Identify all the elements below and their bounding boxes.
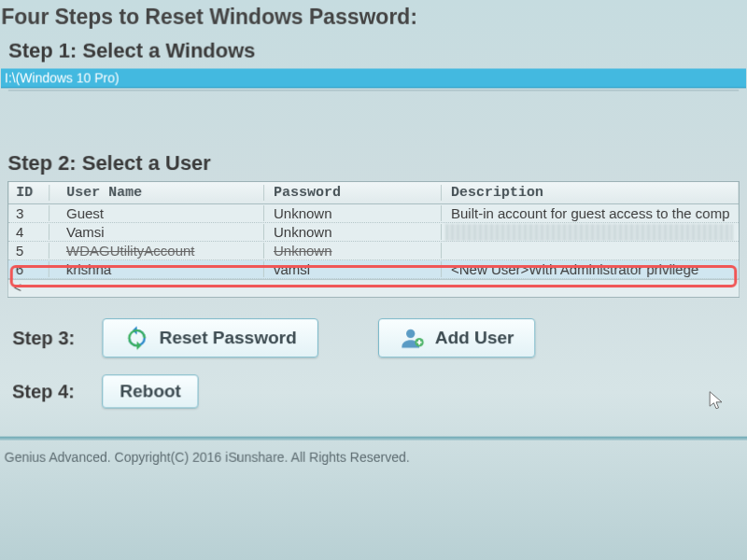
col-user: User Name (49, 185, 264, 201)
reboot-button[interactable]: Reboot (102, 374, 199, 408)
svg-point-0 (406, 329, 415, 338)
cell-id: 5 (8, 243, 49, 259)
cell-desc (442, 243, 739, 259)
cell-desc: Built-in account for guest access to the… (442, 205, 739, 221)
col-id: ID (8, 185, 49, 201)
cell-id: 6 (8, 261, 49, 277)
cell-id: 3 (8, 205, 49, 221)
add-user-label: Add User (435, 328, 514, 348)
cell-pass: vamsi (264, 261, 442, 277)
cell-id: 4 (8, 224, 49, 240)
redacted-text (445, 224, 733, 241)
add-user-button[interactable]: Add User (378, 318, 536, 357)
reset-password-button[interactable]: Reset Password (102, 318, 317, 357)
cell-desc: <New User>With Administrator privilege (442, 261, 739, 277)
windows-list-area[interactable] (8, 90, 740, 146)
footer-text: Genius Advanced. Copyright(C) 2016 iSuns… (1, 441, 741, 465)
windows-list-item[interactable]: I:\(Windows 10 Pro) (1, 68, 746, 88)
cell-user: WDAGUtilityAccount (49, 243, 264, 259)
page-title: Four Steps to Reset Windows Password: (1, 5, 738, 30)
cell-user: Vamsi (49, 224, 264, 240)
step4-label: Step 4: (12, 381, 85, 402)
reboot-label: Reboot (120, 381, 181, 401)
step2-title: Step 2: Select a User (7, 151, 739, 175)
table-row[interactable]: 3 Guest Unknown Built-in account for gue… (8, 204, 739, 223)
table-row-selected[interactable]: 6 krishna vamsi <New User>With Administr… (8, 260, 740, 279)
reset-password-label: Reset Password (160, 328, 297, 348)
user-table[interactable]: ID User Name Password Description 3 Gues… (7, 181, 740, 298)
scroll-left-indicator[interactable]: < (8, 279, 740, 297)
cell-user: Guest (49, 205, 264, 221)
step1-title: Step 1: Select a Windows (8, 39, 739, 63)
user-plus-icon (400, 325, 426, 351)
cell-pass: Unknown (264, 205, 442, 221)
step3-label: Step 3: (12, 328, 85, 349)
col-pass: Password (264, 185, 442, 201)
cell-pass: Unknown (264, 243, 442, 259)
cell-user: krishna (49, 261, 264, 277)
col-desc: Description (442, 185, 739, 201)
table-header: ID User Name Password Description (8, 182, 739, 204)
table-row[interactable]: 4 Vamsi Unknown (8, 223, 739, 242)
cursor-icon (708, 390, 725, 413)
table-row[interactable]: 5 WDAGUtilityAccount Unknown (8, 242, 739, 260)
refresh-icon (124, 325, 150, 351)
cell-pass: Unknown (264, 224, 442, 240)
